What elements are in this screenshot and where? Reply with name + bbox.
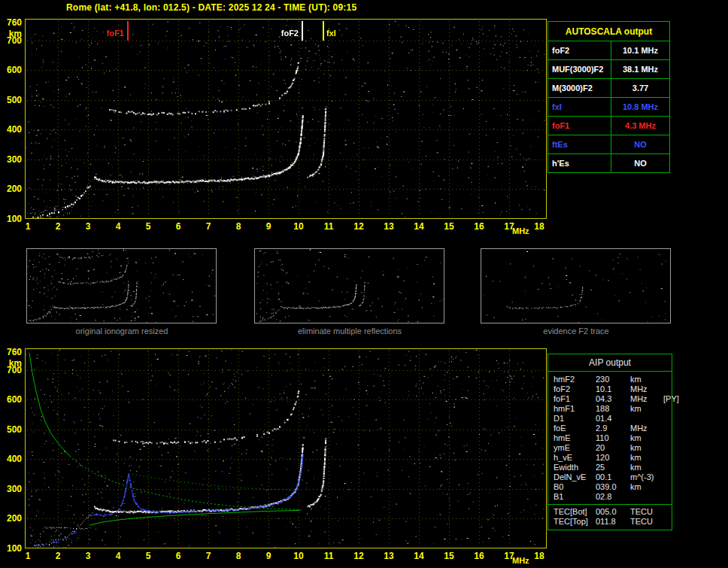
aip-param-note [663, 424, 672, 433]
bottom-ionogram-canvas [26, 349, 546, 548]
thumbnail-evidence-f2 [481, 248, 671, 323]
y-tick-top-600: 600 [2, 65, 22, 74]
aip-row-B0: B0039.0km [548, 482, 672, 492]
aip-param-value: 01.4 [596, 414, 630, 424]
aip-param-value: 2.9 [596, 424, 630, 433]
autoscala-param-value: 38.1 MHz [611, 60, 669, 78]
y-tick-top-400: 400 [2, 125, 22, 134]
x-tick-top-2: 2 [56, 221, 61, 232]
thumbnail-caption-eliminate: eliminate multiple reflections [298, 327, 402, 336]
aip-param-unit: MHz [630, 424, 663, 433]
aip-param-value: 005.0 [596, 507, 630, 517]
aip-param-value: 230 [596, 375, 630, 384]
x-tick-top-1: 1 [26, 221, 31, 232]
aip-row-hmF2: hmF2230km [548, 375, 672, 384]
aip-row-hmE: hmE110km [548, 433, 672, 443]
aip-param-name: h_vE [554, 453, 596, 463]
bottom-ionogram-plot [25, 348, 547, 548]
aip-param-note [663, 492, 672, 502]
thumbnail-original-canvas [27, 249, 216, 323]
autoscala-window: Rome (lat: +41.8, lon: 012.5) - DATE: 20… [0, 0, 728, 568]
thumbnail-evidence-canvas [481, 249, 670, 323]
aip-param-unit: km [630, 463, 663, 472]
marker-label-foF1: foF1 [94, 29, 124, 38]
aip-param-note [663, 472, 672, 482]
x-tick-bot-10: 10 [293, 551, 303, 561]
y-tick-bot-400: 400 [2, 454, 22, 463]
x-tick-bot-4: 4 [116, 551, 121, 561]
thumbnail-caption-evidence: evidence F2 trace [543, 327, 608, 336]
aip-param-note [663, 384, 672, 394]
x-tick-bot-13: 13 [384, 551, 393, 561]
aip-param-name: hmF2 [554, 375, 596, 384]
y-tick-bot-300: 300 [2, 484, 22, 494]
y-tick-bot-760: 760 [2, 348, 22, 357]
aip-output-table: AIP output hmF2230kmfoF210.1MHzfoF104.3M… [548, 354, 672, 530]
aip-param-unit: km [630, 443, 663, 453]
aip-param-unit: TECU [630, 517, 663, 527]
x-tick-top-12: 12 [353, 221, 363, 232]
aip-param-name: foF2 [554, 384, 596, 394]
aip-param-note [663, 414, 672, 424]
thumbnail-eliminate-reflections [254, 248, 444, 323]
aip-row-h_vE: h_vE120km [548, 453, 672, 463]
y-tick-top-760: 760 [2, 18, 22, 27]
top-ionogram-plot [25, 19, 547, 219]
aip-param-note [663, 433, 672, 443]
autoscala-param-value: 4.3 MHz [611, 117, 669, 135]
x-tick-top-14: 14 [414, 221, 423, 232]
autoscala-param-name: MUF(3000)F2 [548, 60, 611, 78]
x-tick-bot-1: 1 [26, 551, 31, 561]
aip-param-name: foF1 [554, 394, 596, 404]
aip-param-value: 110 [596, 433, 630, 443]
x-tick-top-11: 11 [324, 221, 334, 232]
autoscala-table-body: foF210.1 MHzMUF(3000)F238.1 MHzM(3000)F2… [548, 41, 669, 172]
aip-param-value: 00.1 [596, 472, 630, 482]
x-tick-bot-11: 11 [324, 551, 334, 561]
aip-param-value: 120 [596, 453, 630, 463]
aip-row-D1: D101.4 [548, 414, 672, 424]
y-axis-unit-top: km [2, 29, 22, 39]
aip-param-note [663, 517, 672, 527]
autoscala-param-name: foF2 [548, 41, 611, 59]
aip-param-name: TEC[Top] [554, 517, 596, 527]
autoscala-param-value: 10.1 MHz [611, 41, 669, 59]
x-tick-top-6: 6 [176, 221, 181, 232]
aip-row-foF1: foF104.3MHz[PY] [548, 394, 672, 404]
aip-param-unit: m^(-3) [630, 472, 663, 482]
aip-row-TEC[Top]: TEC[Top]011.8TECU [548, 517, 672, 527]
aip-row-foF2: foF210.1MHz [548, 384, 672, 394]
aip-param-name: ymE [554, 443, 596, 453]
y-tick-top-200: 200 [2, 184, 22, 193]
x-tick-bot-16: 16 [474, 551, 484, 561]
y-tick-top-500: 500 [2, 96, 22, 105]
aip-param-value: 188 [596, 404, 630, 414]
x-axis-unit-bot: MHz [512, 556, 529, 565]
autoscala-row-MUF(3000)F2: MUF(3000)F238.1 MHz [548, 59, 669, 78]
autoscala-row-ftEs: ftEsNO [548, 135, 669, 153]
x-tick-bot-15: 15 [444, 551, 453, 561]
x-tick-top-10: 10 [293, 221, 303, 232]
aip-table-body: hmF2230kmfoF210.1MHzfoF104.3MHz[PY]hmF11… [548, 375, 672, 527]
autoscala-param-value: 3.77 [611, 79, 669, 97]
autoscala-row-fxI: fxI10.8 MHz [548, 97, 669, 116]
x-tick-bot-2: 2 [56, 551, 61, 561]
aip-table-header: AIP output [548, 354, 672, 372]
aip-param-name: B0 [554, 482, 596, 492]
autoscala-row-foF2: foF210.1 MHz [548, 41, 669, 59]
x-tick-bot-6: 6 [176, 551, 181, 561]
autoscala-param-name: h'Es [548, 154, 611, 172]
y-tick-top-300: 300 [2, 155, 22, 164]
thumbnail-original-ionogram [26, 248, 217, 323]
x-tick-top-18: 18 [534, 221, 544, 232]
aip-param-note [663, 482, 672, 492]
autoscala-row-M(3000)F2: M(3000)F23.77 [548, 78, 669, 97]
aip-param-value: 02.8 [596, 492, 630, 502]
thumbnail-caption-original: original ionogram resized [76, 327, 168, 336]
x-tick-bot-7: 7 [206, 551, 211, 561]
y-tick-bot-200: 200 [2, 514, 22, 523]
autoscala-param-name: ftEs [548, 135, 611, 153]
aip-param-note [663, 453, 672, 463]
marker-line-fxI [323, 21, 324, 41]
x-tick-top-8: 8 [236, 221, 241, 232]
